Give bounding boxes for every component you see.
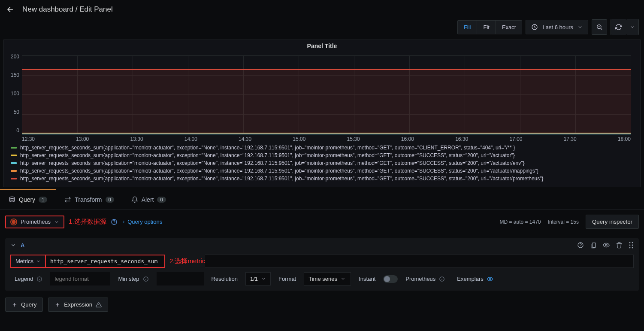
chevron-down-icon: [261, 276, 266, 281]
datasource-name: Prometheus: [21, 219, 51, 225]
chevron-down-icon: [630, 24, 635, 30]
legend-item[interactable]: http_server_requests_seconds_sum{applica…: [11, 167, 633, 175]
legend-swatch: [11, 170, 17, 172]
add-expression-button[interactable]: Expression: [48, 298, 108, 312]
tab-query[interactable]: Query 1: [0, 189, 56, 209]
datasource-select[interactable]: Prometheus: [5, 216, 64, 228]
tab-alert[interactable]: Alert 0: [123, 190, 175, 209]
trash-icon[interactable]: [616, 242, 623, 249]
query-options-link[interactable]: Query options: [121, 219, 163, 225]
legend-item[interactable]: http_server_requests_seconds_sum{applica…: [11, 159, 633, 167]
svg-point-7: [629, 242, 631, 243]
svg-point-11: [629, 247, 631, 249]
refresh-button[interactable]: [611, 19, 626, 35]
refresh-dropdown[interactable]: [626, 19, 638, 35]
info-icon: [36, 276, 42, 282]
svg-point-12: [632, 247, 633, 249]
legend-text: http_server_requests_seconds_sum{applica…: [20, 144, 515, 152]
query-inspector-button[interactable]: Query inspector: [586, 215, 639, 229]
exemplars-label: Exemplars: [457, 276, 483, 282]
refresh-icon: [615, 24, 622, 30]
editor-tabs: Query 1 Transform 0 Alert 0: [0, 190, 644, 210]
zoom-out-button[interactable]: [592, 19, 607, 35]
tab-alert-label: Alert: [142, 196, 154, 203]
metrics-dropdown[interactable]: Metrics: [10, 255, 45, 268]
legend-text: http_server_requests_seconds_sum{applica…: [20, 175, 544, 182]
legend-text: http_server_requests_seconds_sum{applica…: [20, 159, 525, 167]
time-range-label: Last 6 hours: [542, 24, 573, 30]
fit-button[interactable]: Fit: [477, 21, 495, 34]
legend-label: Legend: [15, 276, 33, 282]
svg-point-10: [632, 245, 633, 246]
legend-swatch: [11, 155, 17, 156]
eye-icon[interactable]: [603, 242, 610, 249]
tab-alert-count: 0: [157, 197, 166, 203]
prometheus-icon: [10, 219, 17, 225]
chevron-down-icon: [36, 259, 41, 264]
query-row: A Metrics 2.选择metric Legend Min step Res…: [5, 238, 639, 291]
format-select[interactable]: Time series: [304, 272, 351, 285]
legend-item[interactable]: http_server_requests_seconds_sum{applica…: [11, 152, 633, 159]
annotation-datasource: 1.选择数据源: [69, 218, 106, 226]
query-ref-id[interactable]: A: [21, 242, 24, 249]
metrics-input[interactable]: [45, 255, 165, 268]
info-icon: [439, 276, 445, 282]
info-icon: [143, 276, 149, 282]
minstep-label: Min step: [118, 276, 139, 282]
clock-icon: [531, 24, 538, 30]
svg-point-9: [629, 245, 631, 246]
svg-point-6: [605, 244, 607, 246]
warning-icon: [96, 302, 102, 308]
legend: http_server_requests_seconds_sum{applica…: [4, 140, 640, 187]
clipboard-icon[interactable]: [590, 242, 597, 249]
legend-input[interactable]: [50, 272, 110, 285]
eye-icon[interactable]: [487, 276, 493, 282]
zoom-out-icon: [596, 24, 603, 30]
prometheus-label: Prometheus: [405, 276, 435, 282]
exact-button[interactable]: Exact: [496, 21, 522, 34]
database-icon: [9, 196, 15, 203]
back-button[interactable]: [5, 4, 15, 15]
fill-button[interactable]: Fill: [458, 21, 477, 34]
legend-swatch: [11, 162, 17, 164]
x-axis: 12:3013:0013:3014:0014:3015:0015:3016:00…: [22, 136, 631, 142]
metrics-label-text: Metrics: [15, 258, 33, 264]
drag-icon[interactable]: [629, 242, 634, 249]
transform-icon: [64, 196, 71, 203]
annotation-metric: 2.选择metric: [169, 255, 205, 268]
svg-point-2: [10, 197, 15, 198]
resolution-select[interactable]: 1/1: [245, 272, 271, 285]
query-options-label: Query options: [127, 219, 162, 225]
legend-swatch: [11, 178, 17, 179]
plot-area: [22, 55, 631, 134]
svg-rect-5: [592, 243, 596, 248]
add-query-label: Query: [21, 301, 36, 308]
tab-transform[interactable]: Transform 0: [56, 190, 122, 209]
add-expression-label: Expression: [64, 301, 92, 308]
legend-item[interactable]: http_server_requests_seconds_sum{applica…: [11, 175, 633, 182]
legend-text: http_server_requests_seconds_sum{applica…: [20, 167, 538, 175]
add-query-button[interactable]: Query: [5, 298, 43, 312]
legend-item[interactable]: http_server_requests_seconds_sum{applica…: [11, 144, 633, 152]
legend-swatch: [11, 147, 17, 149]
chevron-down-icon: [54, 219, 59, 225]
view-mode-group: Fill Fit Exact: [457, 20, 523, 34]
svg-point-8: [632, 242, 633, 243]
query-editor-area[interactable]: [205, 255, 634, 268]
resolution-label: Resolution: [212, 276, 238, 282]
plus-icon: [54, 302, 60, 308]
help-icon[interactable]: [111, 219, 118, 225]
chevron-down-icon: [577, 24, 583, 30]
chevron-down-icon: [341, 276, 345, 281]
interval-info: Interval = 15s: [548, 219, 579, 225]
chart[interactable]: 200150100500 12:3013:0013:3014:0014:3015…: [13, 54, 631, 140]
minstep-input[interactable]: [157, 272, 204, 285]
time-range-picker[interactable]: Last 6 hours: [526, 20, 588, 34]
help-icon[interactable]: [577, 242, 584, 249]
tab-transform-count: 0: [106, 197, 114, 203]
bell-icon: [131, 196, 138, 203]
instant-toggle[interactable]: [383, 275, 398, 283]
chevron-down-icon[interactable]: [10, 242, 16, 248]
tab-query-count: 1: [39, 197, 47, 203]
md-info: MD = auto = 1470: [499, 219, 541, 225]
